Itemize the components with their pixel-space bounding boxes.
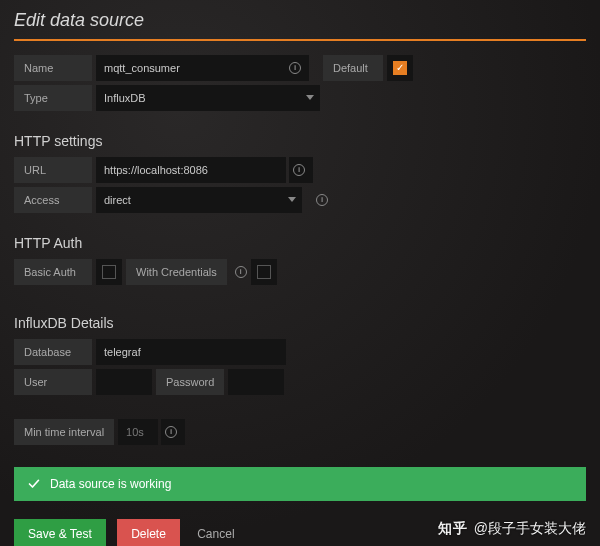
url-label: URL <box>14 157 92 183</box>
min-interval-info-wrap: i <box>161 419 185 445</box>
http-auth-heading: HTTP Auth <box>14 235 586 251</box>
check-icon: ✓ <box>396 63 404 73</box>
default-checkbox[interactable]: ✓ <box>387 55 413 81</box>
success-alert: Data source is working <box>14 467 586 501</box>
type-label: Type <box>14 85 92 111</box>
influx-heading: InfluxDB Details <box>14 315 586 331</box>
access-select[interactable] <box>96 187 302 213</box>
info-icon[interactable]: i <box>316 194 328 206</box>
password-input[interactable] <box>228 369 284 395</box>
url-info-wrap: i <box>289 157 313 183</box>
save-test-button[interactable]: Save & Test <box>14 519 106 546</box>
user-label: User <box>14 369 92 395</box>
watermark-site: 知乎 <box>438 520 468 538</box>
with-credentials-label: With Credentials <box>126 259 227 285</box>
delete-button[interactable]: Delete <box>117 519 180 546</box>
with-credentials-checkbox[interactable] <box>251 259 277 285</box>
url-input[interactable] <box>96 157 286 183</box>
watermark: 知乎 @段子手女装大佬 <box>438 520 586 538</box>
info-icon[interactable]: i <box>289 62 301 74</box>
with-cred-info-wrap: i <box>231 259 247 285</box>
name-info-wrap: i <box>285 55 309 81</box>
name-input[interactable] <box>96 55 286 81</box>
title-divider <box>14 39 586 41</box>
access-value[interactable] <box>96 187 302 213</box>
password-label: Password <box>156 369 224 395</box>
info-icon[interactable]: i <box>235 266 247 278</box>
database-label: Database <box>14 339 92 365</box>
basic-auth-checkbox[interactable] <box>96 259 122 285</box>
chevron-down-icon <box>288 197 296 202</box>
http-settings-heading: HTTP settings <box>14 133 586 149</box>
name-label: Name <box>14 55 92 81</box>
info-icon[interactable]: i <box>293 164 305 176</box>
min-interval-label: Min time interval <box>14 419 114 445</box>
type-select[interactable] <box>96 85 320 111</box>
min-interval-input[interactable] <box>118 419 158 445</box>
cancel-button[interactable]: Cancel <box>191 519 240 546</box>
user-input[interactable] <box>96 369 152 395</box>
basic-auth-label: Basic Auth <box>14 259 92 285</box>
type-value[interactable] <box>96 85 320 111</box>
default-label: Default <box>323 55 383 81</box>
watermark-author: @段子手女装大佬 <box>474 520 586 538</box>
check-icon <box>28 478 40 490</box>
access-info-wrap: i <box>306 187 334 213</box>
page-title: Edit data source <box>14 10 586 31</box>
database-input[interactable] <box>96 339 286 365</box>
info-icon[interactable]: i <box>165 426 177 438</box>
chevron-down-icon <box>306 95 314 100</box>
access-label: Access <box>14 187 92 213</box>
alert-message: Data source is working <box>50 477 171 491</box>
